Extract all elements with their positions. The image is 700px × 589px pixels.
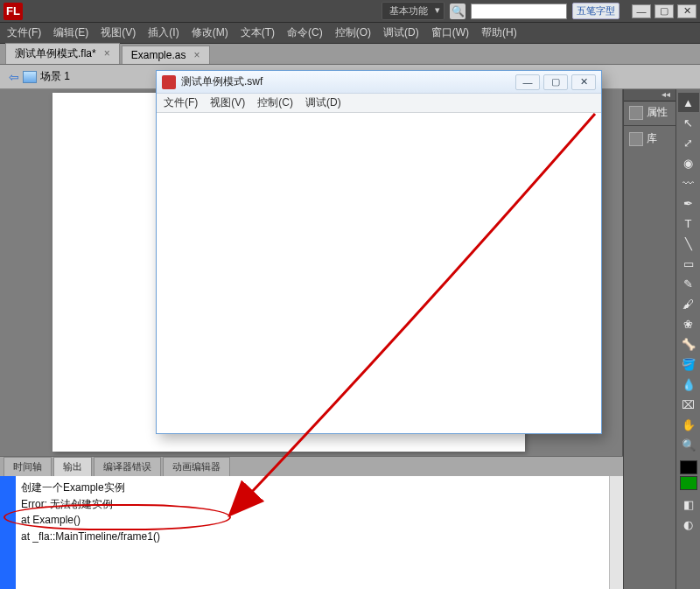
text-tool[interactable]: T (678, 214, 699, 233)
dock-label: 属性 (647, 105, 668, 120)
eraser-tool[interactable]: ⌧ (678, 395, 699, 414)
hand-tool[interactable]: ✋ (678, 415, 699, 434)
deco-tool[interactable]: ❀ (678, 314, 699, 333)
back-arrow-icon[interactable]: ⇦ (9, 70, 19, 84)
tab-label: Example.as (131, 49, 186, 61)
bottom-panels: 时间轴 输出 编译器错误 动画编辑器 创建一个Example实例 Error: … (0, 456, 623, 589)
lasso-tool[interactable]: 〰 (678, 173, 699, 193)
tool-option-1[interactable]: ◧ (678, 494, 699, 514)
swf-menu-debug[interactable]: 调试(D) (305, 95, 341, 110)
close-button[interactable]: ✕ (677, 4, 696, 18)
swf-menu-control[interactable]: 控制(C) (257, 95, 293, 110)
menu-help[interactable]: 帮助(H) (481, 25, 517, 40)
swf-titlebar[interactable]: 测试单例模式.swf — ▢ ✕ (157, 71, 601, 94)
tab-motion-editor[interactable]: 动画编辑器 (163, 457, 230, 476)
swf-close-button[interactable]: ✕ (571, 74, 596, 90)
tab-compiler-errors[interactable]: 编译器错误 (94, 457, 161, 476)
right-dock: ◂◂ 属性 库 (623, 89, 676, 589)
paint-bucket-tool[interactable]: 🪣 (678, 354, 699, 374)
free-transform-tool[interactable]: ⤢ (678, 133, 699, 152)
swf-minimize-button[interactable]: — (515, 74, 540, 90)
tab-label: 测试单例模式.fla* (15, 47, 96, 60)
color-swatches (680, 460, 697, 494)
output-text: 创建一个Example实例 Error: 无法创建实例 at Example()… (16, 476, 165, 589)
menu-text[interactable]: 文本(T) (241, 25, 275, 40)
stroke-color-swatch[interactable] (680, 460, 697, 474)
swf-icon (162, 75, 176, 89)
output-gutter (0, 476, 16, 589)
rectangle-tool[interactable]: ▭ (678, 254, 699, 273)
menu-window[interactable]: 窗口(W) (431, 25, 469, 40)
swf-menu-file[interactable]: 文件(F) (164, 95, 198, 110)
panel-tabs: 时间轴 输出 编译器错误 动画编辑器 (0, 457, 623, 476)
menu-edit[interactable]: 编辑(E) (53, 25, 88, 40)
maximize-button[interactable]: ▢ (654, 4, 674, 18)
line-tool[interactable]: ╲ (678, 234, 699, 253)
menu-view[interactable]: 视图(V) (101, 25, 136, 40)
menu-commands[interactable]: 命令(C) (287, 25, 323, 40)
output-area[interactable]: 创建一个Example实例 Error: 无法创建实例 at Example()… (0, 476, 623, 589)
document-tab-as[interactable]: Example.as × (122, 46, 210, 64)
menu-insert[interactable]: 插入(I) (148, 25, 178, 40)
output-line: at _fla::MainTimeline/frame1() (21, 529, 160, 545)
document-tabbar: 测试单例模式.fla* × Example.as × (0, 44, 700, 65)
close-tab-icon[interactable]: × (104, 47, 110, 60)
swf-menubar: 文件(F) 视图(V) 控制(C) 调试(D) (157, 94, 601, 113)
properties-panel-button[interactable]: 属性 (624, 102, 676, 123)
tool-option-2[interactable]: ◐ (678, 515, 699, 534)
menu-file[interactable]: 文件(F) (7, 25, 41, 40)
search-input[interactable] (471, 4, 567, 19)
dock-label: 库 (647, 131, 657, 146)
properties-icon (629, 106, 643, 120)
pencil-tool[interactable]: ✎ (678, 274, 699, 293)
three-d-rotation-tool[interactable]: ◉ (678, 153, 699, 172)
tab-timeline[interactable]: 时间轴 (4, 457, 52, 476)
minimize-button[interactable]: — (632, 4, 651, 18)
window-controls: — ▢ ✕ (632, 4, 696, 18)
swf-title: 测试单例模式.swf (181, 74, 512, 89)
zoom-tool[interactable]: 🔍 (678, 435, 699, 454)
scene-name[interactable]: 场景 1 (40, 69, 70, 84)
fill-color-swatch[interactable] (680, 476, 697, 490)
swf-maximize-button[interactable]: ▢ (543, 74, 568, 90)
selection-tool[interactable]: ▲ (678, 93, 699, 112)
library-panel-button[interactable]: 库 (624, 128, 676, 150)
output-line: 创建一个Example实例 (21, 480, 160, 496)
menu-modify[interactable]: 修改(M) (192, 25, 228, 40)
titlebar: FL 基本功能 🔍 五笔字型 — ▢ ✕ (0, 0, 700, 23)
toolbox: ▲ ↖ ⤢ ◉ 〰 ✒ T ╲ ▭ ✎ 🖌 ❀ 🦴 🪣 💧 ⌧ ✋ 🔍 ◧ ◐ (676, 89, 700, 589)
swf-menu-view[interactable]: 视图(V) (210, 95, 245, 110)
bone-tool[interactable]: 🦴 (678, 334, 699, 354)
close-tab-icon[interactable]: × (194, 49, 200, 61)
tab-output[interactable]: 输出 (53, 457, 92, 476)
menu-control[interactable]: 控制(O) (335, 25, 371, 40)
ime-indicator[interactable]: 五笔字型 (572, 3, 620, 19)
dock-separator (624, 125, 676, 126)
brush-tool[interactable]: 🖌 (678, 294, 699, 313)
scene-icon (23, 71, 37, 83)
pen-tool[interactable]: ✒ (678, 193, 699, 213)
library-icon (629, 132, 643, 146)
main-menubar: 文件(F) 编辑(E) 视图(V) 插入(I) 修改(M) 文本(T) 命令(C… (0, 23, 700, 44)
workspace-selector[interactable]: 基本功能 (382, 2, 444, 20)
eyedropper-tool[interactable]: 💧 (678, 375, 699, 394)
titlebar-center: 基本功能 🔍 五笔字型 (23, 2, 626, 20)
output-line: Error: 无法创建实例 (21, 496, 160, 513)
search-icon[interactable]: 🔍 (450, 4, 466, 19)
swf-stage (157, 113, 601, 433)
menu-debug[interactable]: 调试(D) (383, 25, 419, 40)
dock-collapse-icon[interactable]: ◂◂ (624, 89, 676, 102)
output-scrollbar[interactable] (609, 476, 623, 589)
swf-player-window[interactable]: 测试单例模式.swf — ▢ ✕ 文件(F) 视图(V) 控制(C) 调试(D) (156, 70, 602, 434)
subselection-tool[interactable]: ↖ (678, 113, 699, 132)
document-tab-fla[interactable]: 测试单例模式.fla* × (5, 43, 120, 64)
app-logo: FL (4, 3, 23, 20)
output-line: at Example() (21, 512, 160, 529)
